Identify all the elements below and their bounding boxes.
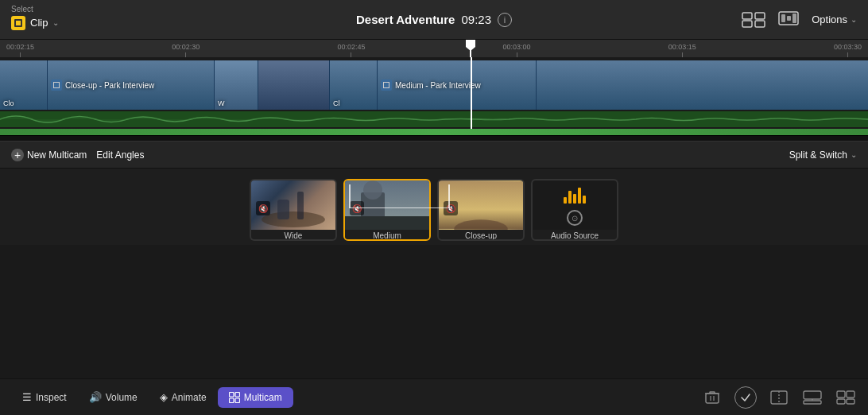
right-controls: Options ⌄ — [742, 10, 857, 29]
inspect-button[interactable]: ☰ Inspect — [11, 386, 78, 408]
timeline-area[interactable]: Clo Close-up - Park Interview W Cl Mediu… — [0, 57, 868, 129]
ruler-mark-2: 00:02:45 — [337, 43, 365, 57]
svg-rect-31 — [804, 391, 821, 399]
audio-source-settings-icon: ⊙ — [567, 210, 583, 226]
delete-button[interactable] — [701, 386, 723, 409]
mute-icon: 🔇 — [256, 201, 270, 215]
ruler-mark-3: 00:03:00 — [503, 43, 531, 57]
video-track[interactable]: Clo Close-up - Park Interview W Cl Mediu… — [0, 60, 868, 110]
multicam-panel: + New Multicam Edit Angles Split & Switc… — [0, 142, 868, 245]
volume-icon: 🔊 — [89, 391, 102, 403]
clip-segment[interactable] — [258, 60, 330, 110]
top-bar: Select Clip ⌄ Desert Adventure 09:23 i — [0, 0, 868, 40]
clip-icon-small — [51, 80, 62, 91]
clip-icon-small — [381, 80, 392, 91]
svg-rect-7 — [792, 14, 796, 23]
split-switch-chevron-icon: ⌄ — [851, 150, 857, 159]
animate-button[interactable]: ◈ Animate — [149, 386, 218, 408]
clip-segment[interactable]: W — [215, 60, 258, 110]
options-button[interactable]: Options ⌄ — [812, 14, 857, 25]
right-tools — [701, 386, 857, 409]
ruler-marks: 00:02:15 00:02:30 00:02:45 00:03:00 00:0… — [0, 40, 868, 57]
options-chevron-icon: ⌄ — [851, 15, 857, 24]
medium-angle-label: Medium — [345, 230, 429, 241]
svg-rect-34 — [837, 391, 845, 398]
plus-icon: + — [11, 149, 24, 161]
angle-clip-closeup[interactable]: 🔇 Close-up — [437, 179, 525, 241]
angle-clip-medium[interactable]: 🔇 Medium — [343, 179, 431, 241]
more-options-button[interactable] — [835, 386, 857, 409]
mute-icon: 🔇 — [350, 201, 364, 215]
edit-angles-button[interactable]: Edit Angles — [96, 149, 144, 161]
audio-bars-icon — [564, 184, 586, 204]
audio-track — [0, 111, 868, 127]
wide-angle-label: Wide — [251, 230, 335, 241]
svg-point-9 — [262, 211, 325, 227]
svg-rect-3 — [755, 21, 765, 27]
svg-rect-25 — [706, 394, 719, 403]
svg-point-14 — [363, 180, 382, 200]
mute-icon: 🔇 — [444, 201, 458, 215]
color-grade-bar — [0, 129, 868, 135]
angle-clip-audio[interactable]: ⊙ Audio Source — [531, 179, 618, 241]
svg-rect-35 — [847, 391, 854, 398]
svg-rect-11 — [297, 192, 304, 219]
multicam-button[interactable]: Multicam — [218, 387, 293, 408]
svg-rect-21 — [229, 392, 234, 397]
svg-rect-22 — [235, 392, 240, 397]
animate-icon: ◈ — [160, 391, 168, 403]
split-clip-button[interactable] — [768, 386, 790, 409]
svg-rect-23 — [229, 398, 234, 403]
angles-area: 🔇 Wide — [0, 169, 868, 245]
clip-label: Clip — [30, 17, 48, 29]
multicam-view-icon[interactable] — [742, 12, 765, 28]
audio-waveform — [0, 111, 868, 127]
clip-segment[interactable]: Close-up - Park Interview — [48, 60, 215, 110]
svg-rect-10 — [277, 200, 289, 219]
clip-icon-inner — [14, 19, 22, 27]
ruler-mark-0: 00:02:15 — [6, 43, 34, 57]
svg-rect-0 — [742, 13, 752, 19]
clip-icon — [11, 16, 25, 30]
multicam-button-icon — [229, 392, 240, 403]
wide-clip-bg: 🔇 — [251, 180, 335, 230]
clip-segment[interactable]: Medium - Park Interview — [378, 60, 537, 110]
bottom-toolbar: ☰ Inspect 🔊 Volume ◈ Animate Multicam — [0, 378, 868, 415]
volume-button[interactable]: 🔊 Volume — [78, 386, 149, 408]
svg-rect-6 — [787, 16, 791, 21]
angle-clip-wide[interactable]: 🔇 Wide — [250, 179, 337, 241]
timeline-ruler[interactable]: 00:02:15 00:02:30 00:02:45 00:03:00 00:0… — [0, 40, 868, 57]
audio-source-angle-label: Audio Source — [533, 230, 617, 241]
project-duration: 09:23 — [461, 13, 491, 26]
ruler-playhead — [470, 40, 471, 57]
svg-rect-32 — [804, 401, 821, 404]
clip-segment[interactable]: Cl — [330, 60, 378, 110]
svg-rect-2 — [742, 21, 752, 27]
closeup-clip-bg: 🔇 — [439, 180, 523, 230]
svg-rect-24 — [235, 398, 240, 403]
detach-audio-button[interactable] — [801, 386, 823, 409]
medium-clip-bg: 🔇 — [345, 180, 429, 230]
multicam-toolbar: + New Multicam Edit Angles Split & Switc… — [0, 142, 868, 169]
svg-rect-36 — [837, 399, 845, 404]
clip-segment-rest[interactable] — [537, 60, 868, 110]
audio-source-clip-bg: ⊙ — [533, 180, 617, 230]
info-icon[interactable]: i — [498, 13, 512, 27]
ruler-mark-1: 00:02:30 — [172, 43, 200, 57]
clip-segment[interactable]: Clo — [0, 60, 48, 110]
svg-rect-1 — [755, 13, 765, 19]
ruler-mark-5: 00:03:30 — [834, 43, 862, 57]
split-switch-button[interactable]: Split & Switch ⌄ — [789, 149, 857, 161]
svg-rect-37 — [847, 399, 854, 404]
multicam-grid-icon — [742, 12, 765, 28]
confirm-button[interactable] — [734, 386, 757, 409]
ruler-mark-4: 00:03:15 — [668, 43, 696, 57]
closeup-angle-label: Close-up — [439, 230, 523, 241]
select-label: Select — [11, 5, 33, 14]
title-area: Desert Adventure 09:23 i — [356, 13, 512, 27]
new-multicam-button[interactable]: + New Multicam — [11, 149, 87, 161]
clip-selector[interactable]: Clip ⌄ — [11, 16, 59, 30]
clip-view-icon[interactable] — [778, 10, 799, 29]
inspect-icon: ☰ — [22, 391, 32, 403]
project-title: Desert Adventure — [356, 13, 455, 26]
